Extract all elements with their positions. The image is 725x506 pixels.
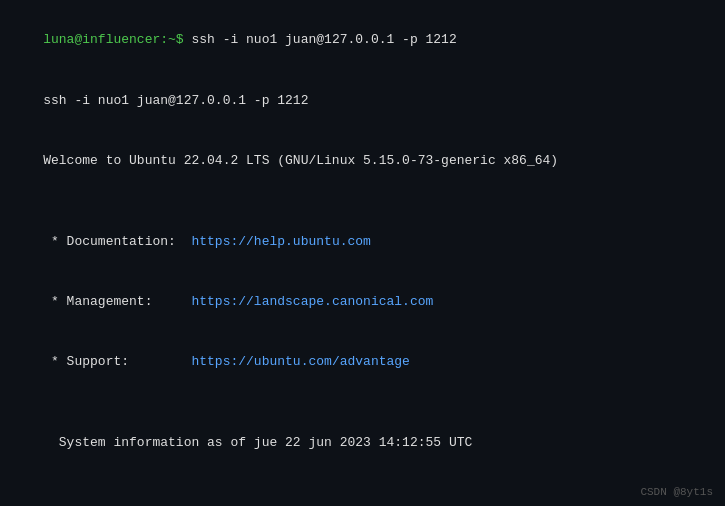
line-mgmt: * Management: https://landscape.canonica… <box>12 272 713 332</box>
prompt-text: luna@influencer:~$ <box>43 32 183 47</box>
line-welcome: Welcome to Ubuntu 22.04.2 LTS (GNU/Linux… <box>12 131 713 191</box>
line-support: * Support: https://ubuntu.com/advantage <box>12 332 713 392</box>
terminal[interactable]: luna@influencer:~$ ssh -i nuo1 juan@127.… <box>0 0 725 506</box>
line-cmd1: luna@influencer:~$ ssh -i nuo1 juan@127.… <box>12 10 713 70</box>
line-blank1 <box>12 191 713 211</box>
watermark: CSDN @8yt1s <box>640 486 713 498</box>
line-doc: * Documentation: https://help.ubuntu.com <box>12 211 713 271</box>
line-blank3 <box>12 473 713 493</box>
line-echo: ssh -i nuo1 juan@127.0.0.1 -p 1212 <box>12 70 713 130</box>
line-blank2 <box>12 393 713 413</box>
line-sysinfo: System information as of jue 22 jun 2023… <box>12 413 713 473</box>
line-sysload: System load: 0.02978515625 Processes: 26… <box>12 493 713 506</box>
